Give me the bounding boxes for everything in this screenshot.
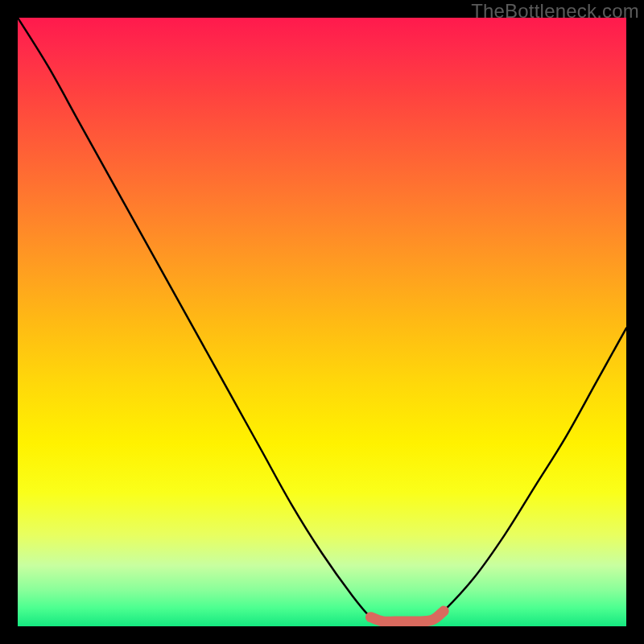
plot-area bbox=[18, 18, 626, 626]
watermark-text: TheBottleneck.com bbox=[471, 0, 639, 23]
optimal-zone-highlight bbox=[370, 611, 444, 621]
chart-container: TheBottleneck.com bbox=[0, 0, 644, 644]
bottleneck-curve bbox=[18, 18, 626, 621]
chart-svg bbox=[18, 18, 626, 626]
